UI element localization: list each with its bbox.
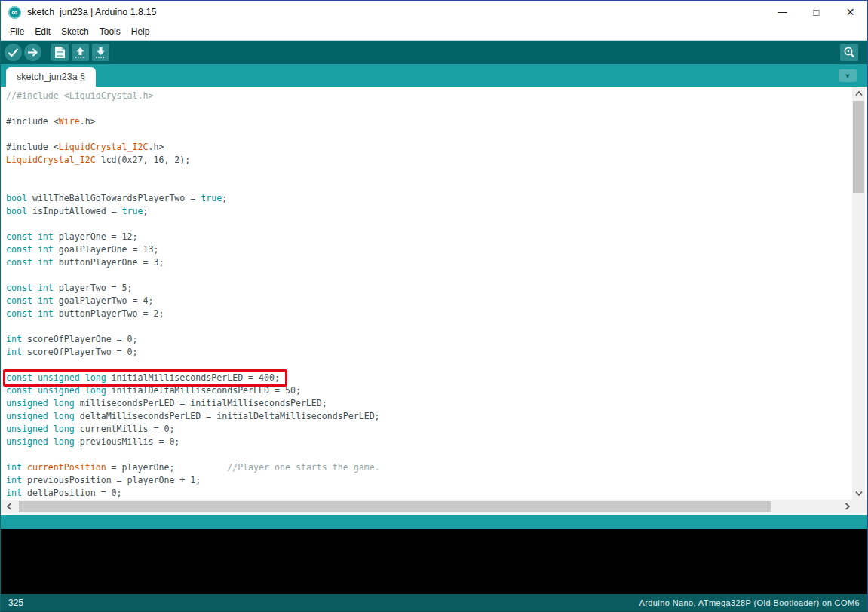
code-line[interactable] [6,128,867,141]
menu-help[interactable]: Help [126,23,155,40]
menu-edit[interactable]: Edit [29,23,56,40]
code-line[interactable]: unsigned long previousMillis = 0; [6,436,867,448]
horizontal-scrollbar[interactable] [1,500,867,513]
code-line[interactable] [6,269,867,282]
code-token [22,462,27,473]
close-icon: ✕ [846,6,855,18]
up-arrow-icon [74,46,87,59]
code-token: int [6,347,22,357]
code-token: true [201,193,222,203]
code-token: true [122,206,143,216]
tab-list-dropdown-button[interactable]: ▼ [839,69,857,82]
menu-bar: File Edit Sketch Tools Help [1,23,867,41]
code-line[interactable]: const int goalPlayerOne = 13; [6,243,867,256]
code-token: scoreOfPlayerOne = 0; [22,334,138,344]
code-line[interactable]: unsigned long deltaMillisecondsPerLED = … [6,410,867,423]
upload-button[interactable] [24,44,41,61]
code-token: playerOne = 12; [54,231,138,242]
code-token: const int [6,257,54,268]
code-token: int [6,462,22,473]
code-line[interactable]: int deltaPosition = 0; [6,487,867,500]
menu-sketch[interactable]: Sketch [56,23,94,40]
code-token: buttonPlayerTwo = 2; [54,308,164,319]
code-token: const unsigned long [6,385,106,396]
code-line[interactable]: unsigned long millisecondsPerLED = initi… [6,397,867,410]
code-line[interactable] [6,359,867,372]
vertical-scrollbar[interactable] [852,87,865,500]
minimize-icon: — [778,7,787,17]
code-line[interactable]: //#include <LiquidCrystal.h> [6,90,867,103]
chevron-right-icon [845,502,851,511]
scroll-left-button[interactable] [2,500,15,513]
code-token: goalPlayerOne = 13; [54,244,159,255]
tab-sketch[interactable]: sketch_jun23a § [6,67,96,87]
code-line[interactable]: LiquidCrystal_I2C lcd(0x27, 16, 2); [6,154,867,167]
right-arrow-icon [24,44,41,61]
new-sketch-button[interactable] [51,44,69,61]
code-line[interactable]: #include <LiquidCrystal_I2C.h> [6,141,867,154]
code-line[interactable]: const int playerTwo = 5; [6,282,867,295]
code-line[interactable] [6,448,867,461]
code-token: deltaMillisecondsPerLED = initialDeltaMi… [75,411,380,421]
code-token: .h> [148,142,164,152]
serial-monitor-button[interactable] [840,44,858,61]
editor-region: //#include <LiquidCrystal.h>#include <Wi… [1,87,867,500]
code-line[interactable] [6,320,867,333]
vertical-scroll-thumb[interactable] [853,101,864,193]
code-token: LiquidCrystal_I2C [59,142,149,152]
code-line[interactable]: bool isInputAllowed = true; [6,205,867,218]
code-token: currentPosition [27,462,106,473]
code-line[interactable]: const int buttonPlayerTwo = 2; [6,308,867,320]
close-button[interactable]: ✕ [833,1,867,23]
save-sketch-button[interactable] [92,44,109,61]
code-line[interactable] [6,218,867,231]
code-line[interactable] [6,179,867,192]
scroll-down-button[interactable] [852,487,865,500]
code-token: int [6,475,22,485]
code-line[interactable]: int currentPosition = playerOne; //Playe… [6,461,867,474]
code-line[interactable]: const unsigned long initialDeltaMillisec… [6,384,867,397]
code-line[interactable]: int scoreOfPlayerOne = 0; [6,333,867,346]
verify-button[interactable] [5,44,22,61]
code-token: Wire [59,116,80,127]
code-line[interactable]: #include <Wire.h> [6,115,867,128]
code-line[interactable]: int previousPosition = playerOne + 1; [6,474,867,487]
code-token: isInputAllowed = [27,206,122,216]
chevron-up-icon [854,90,863,96]
code-token: = playerOne; [106,462,228,473]
window-title: sketch_jun23a | Arduino 1.8.15 [27,7,156,17]
tab-bar: sketch_jun23a § ▼ [1,64,867,87]
scroll-right-button[interactable] [841,500,854,513]
code-line[interactable]: unsigned long currentMillis = 0; [6,423,867,436]
cursor-line-number: 325 [8,598,23,608]
code-line[interactable]: const unsigned long initialMillisecondsP… [6,372,867,384]
code-line[interactable]: const int playerOne = 12; [6,231,867,243]
code-token: const unsigned long [6,372,106,383]
scroll-up-button[interactable] [852,87,865,99]
menu-file[interactable]: File [5,23,29,40]
horizontal-scroll-thumb[interactable] [19,501,771,512]
maximize-button[interactable]: □ [799,1,833,23]
code-area[interactable]: //#include <LiquidCrystal.h>#include <Wi… [1,87,867,500]
minimize-button[interactable]: — [765,1,799,23]
code-line[interactable]: const int goalPlayerTwo = 4; [6,295,867,308]
code-token: millisecondsPerLED = initialMilliseconds… [75,398,327,409]
code-token: initialMillisecondsPerLED = 400; [106,372,280,383]
open-sketch-button[interactable] [72,44,89,61]
code-token: const int [6,283,54,293]
code-token: #include < [6,142,59,152]
document-icon [54,46,66,59]
status-notice-strip [1,515,867,529]
code-token: const int [6,244,54,255]
code-line[interactable] [6,167,867,179]
code-token: int [6,334,22,344]
arduino-infinity-icon: ∞ [8,6,21,19]
window-controls: — □ ✕ [765,1,867,23]
code-token: ; [222,193,227,203]
code-line[interactable]: const int buttonPlayerOne = 3; [6,256,867,269]
menu-tools[interactable]: Tools [94,23,126,40]
code-line[interactable]: bool willTheBallGoTowardsPlayerTwo = tru… [6,192,867,205]
maximize-icon: □ [814,7,820,18]
code-line[interactable]: int scoreOfPlayerTwo = 0; [6,346,867,359]
code-line[interactable] [6,103,867,115]
